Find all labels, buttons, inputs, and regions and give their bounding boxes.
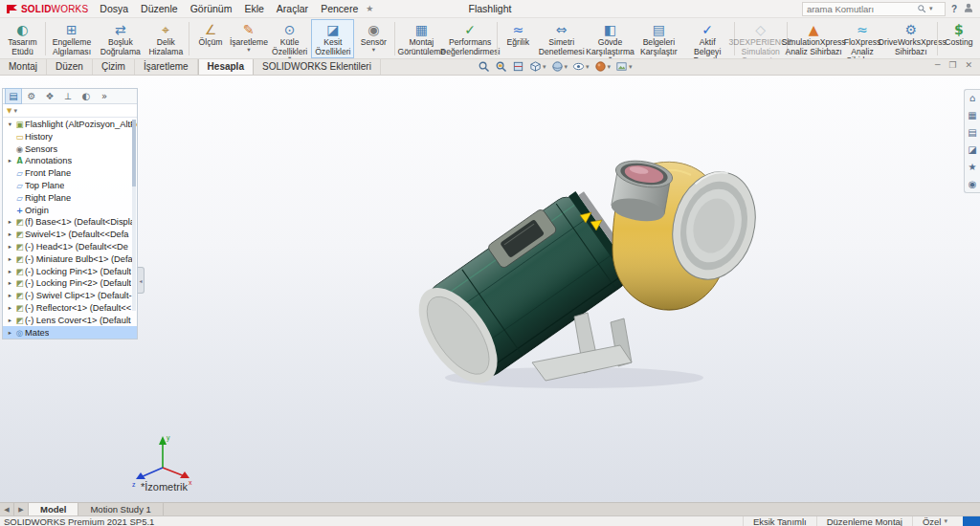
chevron-down-icon[interactable]: ▾ — [543, 63, 546, 71]
tool-compare-bodies[interactable]: Gövde Karşılaştırma▾ — [586, 19, 635, 58]
view-palette-icon[interactable]: ◪ — [968, 144, 976, 155]
expander-icon[interactable]: ▸ — [6, 218, 14, 226]
section-view-icon[interactable] — [511, 60, 525, 73]
search-chevron-icon[interactable]: ▾ — [929, 5, 933, 12]
featuremanager-tab-icon[interactable] — [5, 88, 22, 104]
expander-icon[interactable]: ▸ — [6, 317, 14, 324]
expander-icon[interactable]: ▾ — [6, 121, 14, 128]
tool-section-properties[interactable]: Kesit Özellikleri — [311, 19, 354, 58]
minimize-icon[interactable]: ─ — [935, 60, 940, 70]
tab-montaj[interactable]: Montaj — [0, 59, 47, 75]
configurationmanager-tab-icon[interactable] — [41, 89, 58, 103]
restore-icon[interactable]: ❐ — [948, 60, 956, 70]
tree-item-head[interactable]: ▸(-) Head<1> (Default<<De — [3, 241, 137, 253]
expander-icon[interactable]: ▸ — [6, 279, 14, 287]
edit-appearance-icon[interactable]: ▾ — [593, 60, 612, 73]
pane-expand-icon[interactable] — [96, 89, 113, 103]
tree-item-front-plane[interactable]: Front Plane — [3, 167, 137, 180]
tree-item-top-plane[interactable]: Top Plane — [3, 180, 137, 192]
chevron-down-icon[interactable]: ▾ — [13, 107, 17, 115]
search-input[interactable] — [807, 4, 914, 14]
dimxpertmanager-tab-icon[interactable] — [59, 89, 77, 103]
tool-sensor[interactable]: Sensör▾ — [354, 19, 392, 58]
chevron-down-icon[interactable]: ▾ — [586, 63, 590, 71]
chevron-down-icon[interactable]: ▾ — [944, 517, 947, 525]
expander-icon[interactable]: ▸ — [6, 268, 14, 275]
expander-icon[interactable]: ▸ — [6, 329, 14, 337]
home-icon[interactable]: ⌂ — [969, 93, 975, 103]
tab-model[interactable]: Model — [29, 503, 78, 515]
scroll-left-icon[interactable]: ◀ — [0, 503, 14, 515]
menu-duzenle[interactable]: Düzenle — [141, 3, 178, 14]
search-icon[interactable] — [917, 4, 926, 13]
expander-icon[interactable]: ▸ — [6, 243, 14, 251]
chevron-down-icon[interactable]: ▾ — [608, 63, 612, 71]
tree-filter[interactable]: ▼ ▾ — [3, 104, 137, 118]
tree-root[interactable]: ▾ Flashlight (AltPozisyon_AltPozi — [3, 118, 137, 131]
filter-funnel-icon[interactable]: ▼ — [7, 107, 11, 115]
tab-motion-study-1[interactable]: Motion Study 1 — [78, 503, 163, 515]
command-search[interactable]: ▾ — [802, 2, 946, 16]
design-library-icon[interactable]: ▦ — [968, 110, 976, 121]
tool-simulation-connector[interactable]: 3DEXPERIENCE Simulation Connector — [736, 19, 785, 58]
tool-measure[interactable]: Ölçüm — [191, 19, 230, 58]
tree-item-annotations[interactable]: ▸Annotations — [3, 155, 137, 167]
menu-ekle[interactable]: Ekle — [244, 3, 263, 14]
tool-driveworksxpress[interactable]: DriveWorksXpress Sihirbazı — [886, 19, 935, 58]
chevron-down-icon[interactable]: ▾ — [565, 63, 568, 71]
tree-item-history[interactable]: History — [3, 131, 137, 143]
menu-dosya[interactable]: Dosya — [100, 3, 128, 14]
custom-properties-icon[interactable]: ◉ — [969, 179, 977, 189]
tree-item-locking-pin-1[interactable]: ▸(-) Locking Pin<1> (Default — [3, 265, 137, 277]
display-style-icon[interactable]: ▾ — [550, 60, 569, 73]
expander-icon[interactable]: ▸ — [6, 292, 14, 299]
tool-design-study[interactable]: Tasarım Etüdü — [2, 19, 43, 58]
pane-scrollbar[interactable] — [132, 120, 136, 311]
menu-pin-icon[interactable]: ★ — [366, 4, 373, 13]
tool-simulationxpress[interactable]: SimulationXpress Analiz Sihirbazı — [790, 19, 838, 58]
tab-isaretleme[interactable]: İşaretleme — [135, 59, 198, 75]
apply-scene-icon[interactable]: ▾ — [614, 60, 634, 73]
view-orientation-icon[interactable]: ▾ — [528, 60, 547, 73]
pane-collapse-handle[interactable]: ◂ — [138, 267, 145, 294]
chevron-down-icon[interactable]: ▾ — [247, 48, 250, 53]
menu-araclar[interactable]: Araçlar — [277, 3, 308, 14]
expander-icon[interactable]: ▸ — [6, 157, 14, 164]
tree-item-mates[interactable]: ▸Mates — [3, 326, 137, 339]
expander-icon[interactable]: ▸ — [6, 230, 14, 238]
menu-gorunum[interactable]: Görünüm — [190, 3, 233, 14]
tool-curvature[interactable]: Eğrilik — [499, 19, 537, 58]
tab-cizim[interactable]: Çizim — [93, 59, 135, 75]
tool-assembly-visualization[interactable]: Montaj Görüntüleme — [397, 19, 446, 58]
chevron-down-icon[interactable]: ▾ — [629, 63, 633, 71]
flashlight-model[interactable]: y x z — [0, 76, 980, 502]
zoom-fit-icon[interactable] — [477, 60, 491, 73]
expander-icon[interactable]: ▸ — [6, 255, 14, 263]
propertymanager-tab-icon[interactable] — [23, 89, 40, 103]
expander-icon[interactable]: ▸ — [6, 304, 14, 312]
tree-item-right-plane[interactable]: Right Plane — [3, 191, 137, 204]
tab-duzen[interactable]: Düzen — [47, 59, 93, 75]
hide-show-items-icon[interactable]: ▾ — [571, 60, 590, 73]
tree-item-lens-cover[interactable]: ▸(-) Lens Cover<1> (Default — [3, 314, 137, 326]
tool-costing[interactable]: Costing — [940, 19, 978, 58]
tool-symmetry-check[interactable]: Simetri Denetlemesi — [537, 19, 586, 58]
tab-hesapla[interactable]: Hesapla — [198, 59, 254, 75]
tree-item-sensors[interactable]: Sensors — [3, 142, 137, 155]
appearances-icon[interactable]: ★ — [969, 162, 977, 172]
units-selector[interactable]: Özel ▾ — [912, 516, 957, 526]
tree-item-origin[interactable]: Origin — [3, 204, 137, 216]
displaymanager-tab-icon[interactable] — [78, 89, 95, 103]
tool-performance-evaluation[interactable]: Performans Değerlendirmesi — [446, 19, 495, 58]
tool-interference-detection[interactable]: Engelleme Algılaması — [48, 19, 97, 58]
graphics-area[interactable]: y x z *İzometrik ▼ ▾ ▾ Flashlight (AltPo… — [0, 76, 980, 502]
tree-item-reflector[interactable]: ▸(-) Reflector<1> (Default<< — [3, 302, 137, 315]
close-icon[interactable]: ✕ — [965, 60, 972, 70]
tool-hole-alignment[interactable]: Delik Hizalama — [145, 19, 187, 58]
tree-item-swivel-clip[interactable]: ▸(-) Swivel Clip<1> (Default- — [3, 290, 137, 302]
tree-item-base[interactable]: ▸(f) Base<1> (Default<Displa — [3, 216, 137, 229]
menu-pencere[interactable]: Pencere — [321, 3, 358, 14]
tree-item-miniature-bulb[interactable]: ▸(-) Miniature Bulb<1> (Defa — [3, 252, 137, 265]
tab-solidworks-eklentileri[interactable]: SOLIDWORKS Eklentileri — [254, 59, 381, 75]
connection-status-indicator[interactable] — [963, 516, 980, 526]
